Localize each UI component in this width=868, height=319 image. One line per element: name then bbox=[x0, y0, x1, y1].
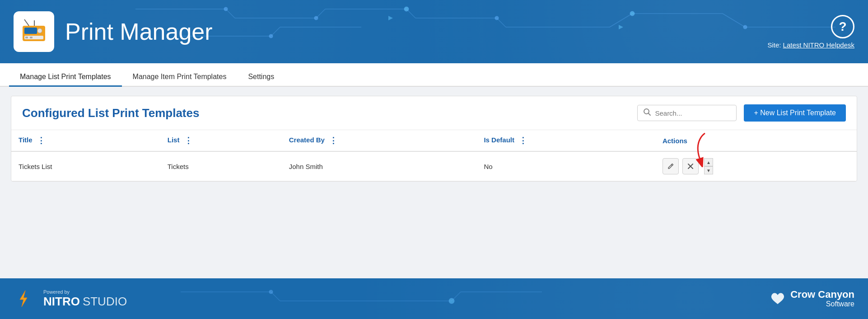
svg-line-35 bbox=[671, 165, 672, 166]
svg-point-19 bbox=[630, 11, 635, 16]
col-created-by-menu[interactable]: ⋮ bbox=[329, 136, 337, 145]
app-header: Print Manager ? Site: Latest NITRO Helpd… bbox=[0, 0, 868, 63]
search-icon bbox=[643, 108, 651, 118]
col-is-default: Is Default ⋮ bbox=[476, 130, 655, 151]
search-input[interactable] bbox=[655, 109, 731, 117]
powered-by-label: Powered by bbox=[43, 289, 127, 295]
svg-point-7 bbox=[404, 7, 409, 11]
section-title: Configured List Print Templates bbox=[22, 106, 630, 120]
scroll-down-button[interactable]: ▼ bbox=[704, 166, 713, 174]
svg-rect-30 bbox=[30, 37, 33, 38]
tab-settings[interactable]: Settings bbox=[237, 68, 285, 87]
new-template-button[interactable]: + New List Print Template bbox=[744, 104, 846, 122]
app-footer: Powered by NITRO STUDIO Crow Canyon Soft… bbox=[0, 278, 868, 319]
cell-title: Tickets List bbox=[11, 151, 160, 181]
card-header: Configured List Print Templates + New Li… bbox=[11, 96, 857, 130]
svg-line-3 bbox=[316, 9, 325, 18]
actions-cell: ▲ ▼ bbox=[663, 158, 849, 174]
nitro-text: NITRO bbox=[43, 295, 80, 309]
col-title: Title ⋮ bbox=[11, 130, 160, 151]
table-header-row: Title ⋮ List ⋮ Created By ⋮ Is Default bbox=[11, 130, 857, 151]
main-content: Configured List Print Templates + New Li… bbox=[0, 87, 868, 278]
cell-created-by: John Smith bbox=[282, 151, 477, 181]
templates-card: Configured List Print Templates + New Li… bbox=[11, 96, 857, 182]
crow-canyon-logo-icon bbox=[769, 291, 787, 306]
svg-line-40 bbox=[271, 292, 280, 301]
svg-point-27 bbox=[37, 28, 42, 33]
svg-line-1 bbox=[226, 9, 235, 18]
delete-wrapper bbox=[682, 158, 700, 174]
site-label: Site: Latest NITRO Helpdesk bbox=[767, 41, 854, 49]
scroll-up-button[interactable]: ▲ bbox=[704, 158, 713, 166]
edit-button[interactable] bbox=[663, 158, 679, 174]
svg-point-42 bbox=[269, 290, 273, 294]
header-right: ? Site: Latest NITRO Helpdesk bbox=[767, 15, 854, 49]
delete-button[interactable] bbox=[682, 158, 699, 174]
col-created-by: Created By ⋮ bbox=[282, 130, 477, 151]
app-logo bbox=[14, 11, 54, 52]
svg-line-8 bbox=[406, 9, 415, 18]
col-is-default-menu[interactable]: ⋮ bbox=[519, 136, 527, 145]
svg-line-34 bbox=[649, 113, 651, 116]
templates-table: Title ⋮ List ⋮ Created By ⋮ Is Default bbox=[11, 130, 857, 181]
col-title-menu[interactable]: ⋮ bbox=[37, 136, 45, 145]
svg-marker-47 bbox=[20, 291, 27, 307]
col-list-menu[interactable]: ⋮ bbox=[184, 136, 192, 145]
page-title: Print Manager bbox=[65, 18, 767, 45]
svg-rect-26 bbox=[24, 28, 37, 34]
col-list: List ⋮ bbox=[160, 130, 282, 151]
footer-crow-canyon: Crow Canyon Software bbox=[769, 289, 854, 308]
tab-manage-list[interactable]: Manage List Print Templates bbox=[9, 68, 122, 87]
cell-is-default: No bbox=[476, 151, 655, 181]
studio-text: STUDIO bbox=[83, 295, 127, 309]
table-row: Tickets List Tickets John Smith No bbox=[11, 151, 857, 181]
search-wrapper bbox=[637, 105, 737, 121]
svg-line-31 bbox=[24, 19, 29, 26]
cell-actions: ▲ ▼ bbox=[655, 151, 857, 181]
company-name: Crow Canyon bbox=[790, 289, 854, 300]
svg-rect-29 bbox=[25, 37, 28, 38]
svg-line-45 bbox=[452, 292, 461, 301]
cell-list: Tickets bbox=[160, 151, 282, 181]
nitro-logo-icon bbox=[14, 289, 33, 309]
nav-tabs: Manage List Print Templates Manage Item … bbox=[0, 63, 868, 87]
col-actions: Actions bbox=[655, 130, 857, 151]
help-button[interactable]: ? bbox=[831, 15, 854, 38]
svg-point-5 bbox=[224, 7, 228, 11]
company-software: Software bbox=[790, 300, 854, 308]
site-link[interactable]: Latest NITRO Helpdesk bbox=[783, 41, 854, 49]
svg-point-43 bbox=[449, 298, 454, 304]
tab-manage-item[interactable]: Manage Item Print Templates bbox=[122, 68, 238, 87]
nitro-studio-logo: NITRO STUDIO bbox=[43, 295, 127, 309]
footer-nitro: Powered by NITRO STUDIO bbox=[14, 289, 127, 309]
scroll-controls: ▲ ▼ bbox=[704, 158, 713, 174]
